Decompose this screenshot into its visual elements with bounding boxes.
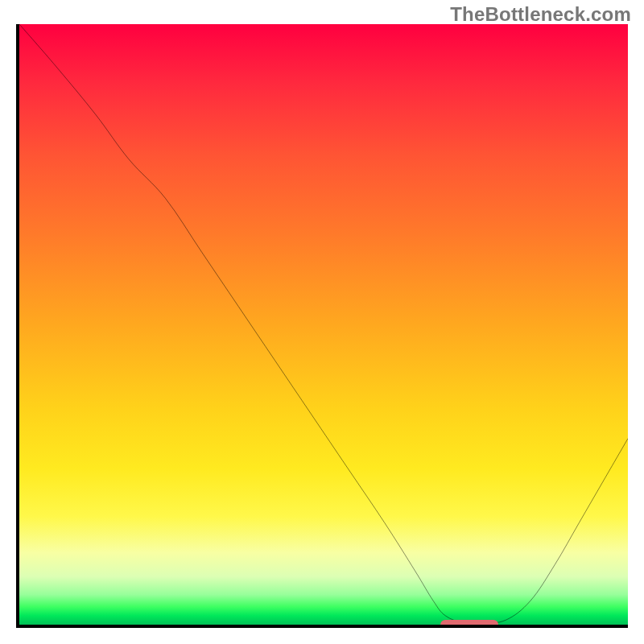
bottleneck-minimum-marker bbox=[441, 620, 499, 628]
bottleneck-curve bbox=[19, 24, 628, 625]
watermark-text: TheBottleneck.com bbox=[450, 3, 631, 26]
plot-area bbox=[16, 24, 628, 628]
chart-container: TheBottleneck.com bbox=[0, 0, 644, 644]
